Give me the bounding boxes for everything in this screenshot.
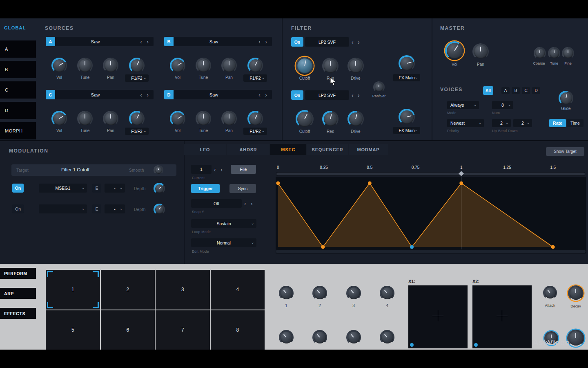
filter2-cutoff-knob[interactable] — [296, 110, 314, 128]
mod-row2-curve-select[interactable]: -⌄ — [105, 204, 125, 213]
filter1-res-knob[interactable] — [322, 58, 339, 74]
xy-pad-1[interactable] — [408, 285, 468, 348]
next-filter-arrow[interactable]: › — [358, 92, 360, 98]
prev-mseg-arrow[interactable]: ‹ — [214, 167, 216, 173]
mod-row2-on-button[interactable]: On — [12, 204, 24, 213]
osc-d-vol-knob[interactable] — [170, 111, 185, 126]
xy1-position-dot[interactable] — [410, 343, 414, 347]
nav-layer-d[interactable]: D — [0, 102, 36, 119]
show-target-button[interactable]: Show Target — [546, 147, 584, 156]
mod-row2-e-button[interactable]: E — [92, 204, 101, 213]
filter2-res-knob[interactable] — [322, 111, 339, 127]
glide-knob[interactable] — [559, 91, 573, 105]
osc-b-badge[interactable]: B — [164, 37, 174, 46]
nav-global[interactable]: GLOBAL — [4, 25, 26, 30]
mod-row1-on-button[interactable]: On — [12, 184, 24, 193]
prev-wave-arrow[interactable]: ‹ — [258, 92, 261, 98]
mod-row1-e-button[interactable]: E — [92, 184, 101, 193]
osc-c-tune-knob[interactable] — [77, 111, 93, 126]
mseg-file-button[interactable]: File — [231, 165, 256, 174]
prev-filter-arrow[interactable]: ‹ — [352, 92, 354, 98]
env-attack-knob[interactable] — [543, 286, 557, 300]
filter1-cutoff-knob[interactable] — [296, 57, 314, 75]
prev-filter-arrow[interactable]: ‹ — [352, 39, 354, 45]
voices-mode-select[interactable]: Always⌄ — [447, 101, 479, 109]
osc-a-badge[interactable]: A — [46, 37, 55, 46]
osc-a-route-select[interactable]: F1/F2⌄ — [125, 74, 149, 82]
snapshot-pad-8[interactable]: 8 — [211, 310, 265, 350]
snapshot-pad-1[interactable]: 1 — [46, 270, 100, 310]
glide-time-button[interactable]: Time — [567, 119, 584, 127]
nav-effects[interactable]: EFFECTS — [0, 308, 36, 319]
osc-b-route-select[interactable]: F1/F2⌄ — [243, 74, 267, 82]
osc-a-tune-knob[interactable] — [77, 58, 93, 73]
mseg-envelope-plot[interactable] — [276, 177, 586, 249]
voices-c-button[interactable]: C — [522, 87, 530, 94]
mseg-snap-select[interactable]: Off — [191, 199, 242, 208]
glide-rate-button[interactable]: Rate — [549, 119, 566, 127]
next-wave-arrow[interactable]: › — [147, 39, 149, 45]
macro4-knob[interactable] — [380, 286, 394, 301]
osc-d-pan-knob[interactable] — [221, 111, 237, 126]
snapshot-pad-2[interactable]: 2 — [101, 270, 155, 310]
mod-row1-curve-select[interactable]: -⌄ — [105, 184, 125, 193]
osc-c-route-select[interactable]: F1/F2⌄ — [125, 128, 149, 135]
macro8-knob[interactable] — [380, 330, 394, 345]
macro1-knob[interactable] — [279, 286, 294, 301]
xy2-position-dot[interactable] — [474, 343, 478, 347]
perform-aux2-knob[interactable] — [567, 330, 584, 347]
filter2-fx-send-knob[interactable] — [399, 109, 415, 125]
mseg-ruler[interactable]: 00.250.50.7511.251.5 — [276, 165, 586, 171]
mseg-hscrollbar-handle[interactable] — [276, 250, 586, 253]
mseg-graph[interactable] — [276, 177, 586, 249]
filter2-drive-knob[interactable] — [347, 111, 364, 127]
macro7-knob[interactable] — [346, 330, 361, 345]
osc-a-send-knob[interactable] — [129, 58, 145, 73]
next-wave-arrow[interactable]: › — [147, 92, 149, 98]
mod-row2-source-select[interactable]: ⌄ — [39, 204, 87, 213]
osc-d-tune-knob[interactable] — [196, 111, 211, 126]
filter2-on-button[interactable]: On — [291, 90, 303, 100]
filter2-output-select[interactable]: FX Main⌄ — [393, 127, 420, 134]
mseg-scrollbar-handle[interactable] — [276, 173, 585, 175]
mod-target-value[interactable]: Filter 1 Cutoff — [61, 167, 89, 172]
master-pan-knob[interactable] — [472, 43, 489, 60]
osc-d-route-select[interactable]: F1/F2⌄ — [243, 128, 267, 135]
snapshot-pad-4[interactable]: 4 — [211, 270, 265, 310]
filter1-fx-send-knob[interactable] — [399, 55, 415, 72]
filter1-drive-knob[interactable] — [347, 58, 364, 74]
env-decay-knob[interactable] — [568, 285, 584, 301]
filter1-type-select[interactable]: LP2 SVF — [305, 37, 349, 47]
next-filter-arrow[interactable]: › — [358, 39, 360, 45]
nav-perform[interactable]: PERFORM — [0, 268, 36, 279]
osc-b-waveform-select[interactable]: Saw — [174, 37, 254, 46]
prev-wave-arrow[interactable]: ‹ — [140, 39, 142, 45]
osc-c-pan-knob[interactable] — [103, 111, 118, 126]
osc-b-vol-knob[interactable] — [170, 58, 185, 73]
macro6-knob[interactable] — [312, 330, 327, 345]
mseg-edit-select[interactable]: Normal⌄ — [191, 238, 256, 247]
osc-b-send-knob[interactable] — [247, 58, 263, 73]
next-snap-arrow[interactable]: › — [251, 201, 253, 206]
voices-a-button[interactable]: A — [501, 87, 510, 94]
master-coarse-knob[interactable] — [534, 47, 546, 59]
mod-row1-source-select[interactable]: MSEG1⌄ — [39, 184, 87, 193]
voices-num-select[interactable]: 8⌄ — [492, 101, 513, 109]
voices-all-button[interactable]: All — [483, 86, 493, 95]
filter1-output-select[interactable]: FX Main⌄ — [393, 74, 420, 81]
master-vol-knob[interactable] — [445, 41, 464, 60]
next-wave-arrow[interactable]: › — [265, 39, 267, 45]
nav-layer-c[interactable]: C — [0, 81, 36, 99]
nav-arp[interactable]: ARP — [0, 288, 36, 299]
snapshot-pad-3[interactable]: 3 — [156, 270, 210, 310]
mseg-sync-button[interactable]: Sync — [229, 184, 256, 193]
master-tune-knob[interactable] — [548, 47, 560, 59]
tab-modmap[interactable]: MODMAP — [349, 144, 388, 155]
osc-d-badge[interactable]: D — [164, 90, 174, 99]
osc-b-pan-knob[interactable] — [221, 58, 237, 73]
mod-row1-depth-knob[interactable] — [154, 183, 165, 194]
prev-snap-arrow[interactable]: ‹ — [244, 201, 246, 206]
voices-d-button[interactable]: D — [532, 87, 540, 94]
osc-a-vol-knob[interactable] — [51, 58, 67, 73]
tab-ahdsr[interactable]: AHDSR — [227, 144, 270, 155]
